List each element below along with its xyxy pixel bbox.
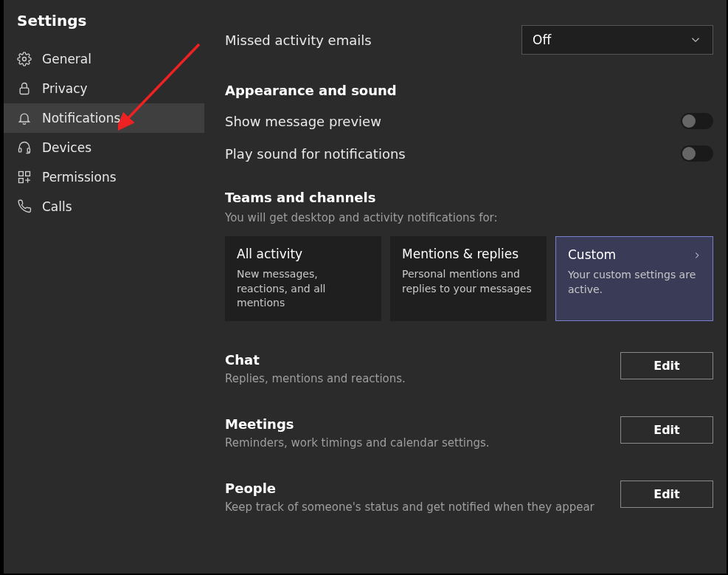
section-teams-title: Teams and channels <box>225 190 713 205</box>
svg-rect-4 <box>19 172 24 176</box>
teams-option-mentions-replies[interactable]: Mentions & replies Personal mentions and… <box>390 236 547 321</box>
section-meetings-desc: Reminders, work timings and calendar set… <box>225 436 490 450</box>
play-sound-toggle[interactable] <box>681 145 713 162</box>
sidebar-item-label: Privacy <box>42 81 88 96</box>
sidebar-item-label: Calls <box>42 199 72 214</box>
settings-sidebar: Settings General Privacy Notifications D… <box>4 0 204 574</box>
sidebar-item-label: Permissions <box>42 170 117 185</box>
play-sound-label: Play sound for notifications <box>225 146 406 162</box>
message-preview-label: Show message preview <box>225 114 381 129</box>
section-chat: Chat Replies, mentions and reactions. Ed… <box>225 352 713 385</box>
section-people-desc: Keep track of someone's status and get n… <box>225 500 594 514</box>
gear-icon <box>17 52 32 66</box>
missed-emails-label: Missed activity emails <box>225 32 372 48</box>
missed-emails-dropdown[interactable]: Off <box>521 25 713 55</box>
teams-options: All activity New messages, reactions, an… <box>225 236 713 321</box>
sidebar-item-devices[interactable]: Devices <box>4 133 204 162</box>
section-meetings-title: Meetings <box>225 416 490 432</box>
sidebar-item-label: General <box>42 52 91 66</box>
missed-emails-row: Missed activity emails Off <box>225 25 713 55</box>
teams-option-custom[interactable]: Custom Your custom settings are active. <box>555 236 713 321</box>
section-chat-title: Chat <box>225 352 406 368</box>
chevron-right-icon <box>692 250 702 261</box>
svg-rect-1 <box>20 88 29 94</box>
play-sound-row: Play sound for notifications <box>225 145 713 162</box>
teams-option-all-activity[interactable]: All activity New messages, reactions, an… <box>225 236 381 321</box>
card-title: All activity <box>237 247 370 261</box>
grid-icon <box>17 170 32 185</box>
sidebar-item-privacy[interactable]: Privacy <box>4 74 204 103</box>
lock-icon <box>17 81 32 96</box>
chat-edit-button[interactable]: Edit <box>620 352 713 379</box>
card-desc: Your custom settings are active. <box>568 268 701 297</box>
svg-rect-6 <box>19 179 24 183</box>
svg-point-0 <box>23 58 27 61</box>
page-title: Settings <box>4 7 204 44</box>
sidebar-item-notifications[interactable]: Notifications <box>4 103 204 133</box>
card-title: Custom <box>568 247 701 262</box>
card-desc: Personal mentions and replies to your me… <box>402 267 535 296</box>
card-desc: New messages, reactions, and all mention… <box>237 267 370 311</box>
section-people-title: People <box>225 481 594 496</box>
svg-rect-5 <box>26 172 30 176</box>
section-people: People Keep track of someone's status an… <box>225 481 713 514</box>
settings-content: Missed activity emails Off Appearance an… <box>204 0 727 574</box>
svg-rect-3 <box>27 148 30 152</box>
message-preview-toggle[interactable] <box>681 113 713 129</box>
chevron-down-icon <box>689 33 702 47</box>
card-title: Mentions & replies <box>402 247 535 261</box>
meetings-edit-button[interactable]: Edit <box>620 416 713 444</box>
bell-icon <box>17 111 32 125</box>
sidebar-item-permissions[interactable]: Permissions <box>4 162 204 192</box>
dropdown-value: Off <box>533 32 551 47</box>
svg-rect-2 <box>19 148 21 152</box>
message-preview-row: Show message preview <box>225 113 713 129</box>
headset-icon <box>17 140 32 155</box>
sidebar-item-label: Notifications <box>42 111 120 125</box>
section-meetings: Meetings Reminders, work timings and cal… <box>225 416 713 450</box>
teams-subtitle: You will get desktop and activity notifi… <box>225 211 713 224</box>
sidebar-item-calls[interactable]: Calls <box>4 192 204 221</box>
people-edit-button[interactable]: Edit <box>620 481 713 508</box>
section-appearance-title: Appearance and sound <box>225 83 713 98</box>
phone-icon <box>17 199 32 214</box>
sidebar-item-general[interactable]: General <box>4 44 204 74</box>
sidebar-item-label: Devices <box>42 140 91 155</box>
section-chat-desc: Replies, mentions and reactions. <box>225 372 406 385</box>
